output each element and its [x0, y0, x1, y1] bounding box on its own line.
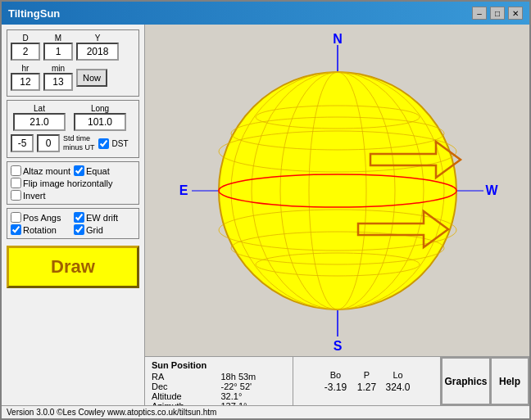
altitude-value: 32.1°: [220, 391, 286, 401]
std-label: Std time minus UT: [63, 134, 95, 152]
sun-position-grid: RA 18h 53m Dec -22° 52' Altitude 32.1° A…: [152, 372, 286, 405]
globe-svg: N S E W: [174, 27, 502, 355]
time-row: hr min Now: [11, 64, 135, 91]
canvas-area: N S E W: [145, 25, 529, 356]
window-title: TiltingSun: [8, 7, 60, 20]
bo-label: Bo: [323, 370, 347, 380]
equat-label: Equat: [86, 166, 110, 176]
grid-row: Grid: [74, 224, 135, 235]
hr-col: hr: [11, 64, 40, 91]
version-bar: Version 3.0.0 ©Les Cowley www.atoptics.c…: [2, 405, 529, 418]
ew-drift-label: EW drift: [86, 213, 118, 223]
main-window: TiltingSun – □ ✕ D M: [0, 0, 531, 420]
east-label: E: [179, 183, 188, 197]
ew-drift-checkbox[interactable]: [74, 212, 84, 223]
grid-label: Grid: [86, 225, 103, 235]
draw-button[interactable]: Draw: [7, 246, 139, 288]
altaz-row: Altaz mount: [11, 165, 72, 176]
left-panel: D M Y hr: [2, 25, 145, 405]
bottom-bar: Sun Position RA 18h 53m Dec -22° 52' Alt…: [145, 356, 529, 405]
hr-input[interactable]: [11, 73, 40, 91]
coords-box: Bo P Lo -3.19 1.27 324.0: [293, 357, 441, 405]
minimize-button[interactable]: –: [472, 7, 487, 20]
more-options-section: Pos Angs EW drift Rotation Grid: [7, 208, 139, 239]
dst-checkbox[interactable]: [98, 138, 109, 149]
y-col: Y: [76, 34, 119, 61]
pos-angs-label: Pos Angs: [23, 213, 61, 223]
m-label: M: [55, 34, 61, 43]
p-value: 1.27: [354, 382, 379, 393]
min-label: min: [52, 64, 65, 73]
rotation-label: Rotation: [23, 225, 57, 235]
long-input[interactable]: [74, 113, 126, 131]
altaz-label: Altaz mount: [23, 166, 70, 176]
std-time-row: Std time minus UT DST: [11, 134, 135, 152]
maximize-button[interactable]: □: [490, 7, 505, 20]
flip-row: Flip image horizontally: [11, 178, 135, 188]
sun-position-box: Sun Position RA 18h 53m Dec -22° 52' Alt…: [145, 357, 293, 405]
lo-label: Lo: [386, 370, 411, 380]
flip-checkbox[interactable]: [11, 178, 21, 188]
p-label: P: [354, 370, 379, 380]
title-bar: TiltingSun – □ ✕: [2, 2, 529, 25]
dec-label: Dec: [152, 382, 214, 391]
version-text: Version 3.0.0 ©Les Cowley www.atoptics.c…: [7, 408, 216, 417]
north-label: N: [333, 32, 343, 46]
graphics-button[interactable]: Graphics: [441, 357, 490, 405]
flip-label: Flip image horizontally: [23, 178, 112, 188]
date-section: D M Y hr: [7, 29, 139, 97]
dst-label: DST: [112, 139, 129, 148]
equat-row: Equat: [74, 165, 135, 176]
svg-point-4: [219, 72, 456, 309]
grid-checkbox[interactable]: [74, 224, 84, 235]
dec-value: -22° 52': [220, 382, 286, 391]
ra-value: 18h 53m: [220, 372, 286, 382]
location-section: Lat Long Std time minus UT: [7, 100, 139, 158]
y-input[interactable]: [76, 43, 119, 61]
m-col: M: [43, 34, 73, 61]
close-button[interactable]: ✕: [508, 7, 523, 20]
invert-label: Invert: [23, 191, 46, 201]
ra-label: RA: [152, 372, 214, 382]
coords-grid: Bo P Lo -3.19 1.27 324.0: [323, 370, 410, 393]
help-button[interactable]: Help: [490, 357, 529, 405]
hr-label: hr: [22, 64, 30, 73]
lat-label: Lat: [34, 104, 45, 113]
main-content: D M Y hr: [2, 25, 529, 405]
std-min-input[interactable]: [37, 134, 60, 152]
rotation-row: Rotation: [11, 224, 72, 235]
long-label: Long: [91, 104, 109, 113]
rotation-checkbox[interactable]: [11, 224, 21, 235]
d-label: D: [22, 34, 28, 43]
pos-angs-row: Pos Angs: [11, 212, 72, 223]
pos-angs-checkbox[interactable]: [11, 212, 21, 223]
lo-value: 324.0: [386, 382, 411, 393]
std-hr-input[interactable]: [11, 134, 34, 152]
west-label: W: [485, 183, 498, 197]
now-button[interactable]: Now: [76, 69, 107, 87]
options-grid: Altaz mount Equat: [11, 165, 135, 176]
ew-drift-row: EW drift: [74, 212, 135, 223]
long-col: Long: [71, 104, 129, 131]
d-col: D: [11, 34, 40, 61]
lat-col: Lat: [11, 104, 68, 131]
right-panel: N S E W: [145, 25, 529, 405]
min-col: min: [43, 64, 73, 91]
equat-checkbox[interactable]: [74, 165, 84, 176]
min-input[interactable]: [43, 73, 73, 91]
altitude-label: Altitude: [152, 391, 214, 401]
dmy-labels-row: D M Y: [11, 34, 135, 61]
invert-row: Invert: [11, 190, 135, 201]
options-section: Altaz mount Equat Flip image horizontall…: [7, 161, 139, 205]
title-bar-buttons: – □ ✕: [472, 7, 523, 20]
y-label: Y: [95, 34, 101, 43]
lat-long-labels: Lat Long: [11, 104, 135, 131]
lat-input[interactable]: [13, 113, 66, 131]
d-input[interactable]: [11, 43, 40, 61]
altaz-checkbox[interactable]: [11, 165, 21, 176]
south-label: S: [333, 339, 342, 353]
m-input[interactable]: [43, 43, 73, 61]
sun-position-title: Sun Position: [152, 360, 286, 370]
bo-value: -3.19: [323, 382, 347, 393]
invert-checkbox[interactable]: [11, 190, 21, 201]
